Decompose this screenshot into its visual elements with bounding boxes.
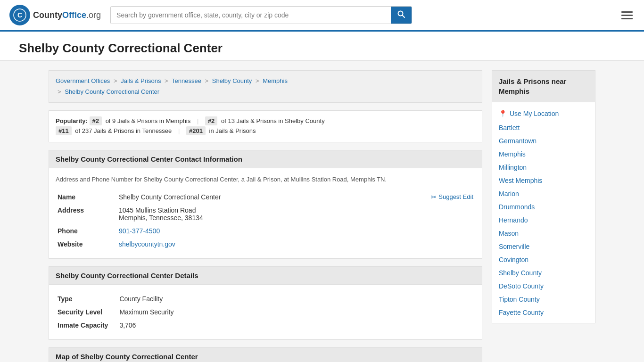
sidebar-item-desoto-county[interactable]: DeSoto County — [492, 280, 595, 293]
menu-button[interactable] — [619, 9, 635, 21]
sidebar-item-marion[interactable]: Marion — [492, 187, 595, 200]
details-security-row: Security Level Maximum Security — [56, 305, 475, 319]
sidebar-item-west-memphis[interactable]: West Memphis — [492, 174, 595, 187]
breadcrumb: Government Offices > Jails & Prisons > T… — [49, 70, 482, 103]
breadcrumb-government-offices[interactable]: Government Offices — [56, 77, 110, 84]
details-type-label: Type — [56, 292, 117, 305]
search-input[interactable] — [111, 7, 391, 24]
sidebar-link-memphis[interactable]: Memphis — [499, 150, 526, 158]
sidebar-link-mason[interactable]: Mason — [499, 230, 519, 237]
contact-address-label: Address — [56, 204, 117, 224]
popularity-rank2-text: of 13 Jails & Prisons in Shelby County — [221, 117, 325, 124]
details-security-value: Maximum Security — [117, 305, 475, 319]
svg-line-3 — [403, 16, 405, 18]
sidebar-link-fayette-county[interactable]: Fayette County — [499, 309, 544, 316]
breadcrumb-tennessee[interactable]: Tennessee — [172, 77, 201, 84]
contact-name-row: Name Shelby County Correctional Center ✂… — [56, 190, 475, 204]
logo-icon: C — [9, 5, 30, 25]
phone-link[interactable]: 901-377-4500 — [119, 227, 160, 235]
sidebar-item-drummonds[interactable]: Drummonds — [492, 200, 595, 214]
contact-info-table: Name Shelby County Correctional Center ✂… — [56, 190, 475, 251]
sidebar-list: 📍 Use My Location Bartlett Germantown Me… — [492, 102, 595, 323]
website-link[interactable]: shelbycountytn.gov — [119, 240, 175, 248]
contact-phone-label: Phone — [56, 224, 117, 238]
contact-website-row: Website shelbycountytn.gov — [56, 238, 475, 251]
sidebar-item-germantown[interactable]: Germantown — [492, 134, 595, 148]
sidebar-link-marion[interactable]: Marion — [499, 190, 519, 197]
sidebar-link-west-memphis[interactable]: West Memphis — [499, 177, 542, 184]
sidebar-item-hernando[interactable]: Hernando — [492, 214, 595, 227]
edit-icon: ✂ — [431, 193, 437, 201]
contact-website-value: shelbycountytn.gov — [117, 238, 475, 251]
breadcrumb-jails-prisons[interactable]: Jails & Prisons — [121, 77, 161, 84]
popularity-rank4-text: in Jails & Prisons — [209, 127, 256, 134]
content-area: Government Offices > Jails & Prisons > T… — [49, 70, 482, 362]
sidebar-link-desoto-county[interactable]: DeSoto County — [499, 282, 544, 290]
sidebar-item-millington[interactable]: Millington — [492, 161, 595, 174]
contact-phone-value: 901-377-4500 — [117, 224, 475, 238]
contact-name-label: Name — [56, 190, 117, 204]
use-my-location-item[interactable]: 📍 Use My Location — [492, 106, 595, 121]
sidebar-item-tipton-county[interactable]: Tipton County — [492, 293, 595, 306]
popularity-section: Popularity: #2 of 9 Jails & Prisons in M… — [49, 110, 482, 142]
popularity-rank4: #201 — [186, 126, 206, 135]
sidebar-link-tipton-county[interactable]: Tipton County — [499, 296, 540, 303]
details-section-body: Type County Facility Security Level Maxi… — [49, 285, 482, 340]
sidebar-item-fayette-county[interactable]: Fayette County — [492, 306, 595, 319]
popularity-rank3: #11 — [56, 126, 72, 135]
details-capacity-label: Inmate Capacity — [56, 319, 117, 332]
breadcrumb-memphis[interactable]: Memphis — [263, 77, 288, 84]
contact-website-label: Website — [56, 238, 117, 251]
contact-section-header: Shelby County Correctional Center Contac… — [49, 150, 482, 168]
page-title-area: Shelby County Correctional Center — [0, 32, 644, 61]
use-my-location-link[interactable]: Use My Location — [510, 110, 559, 117]
breadcrumb-shelby-county[interactable]: Shelby County — [212, 77, 252, 84]
page-title: Shelby County Correctional Center — [19, 41, 625, 56]
sidebar-item-covington[interactable]: Covington — [492, 253, 595, 266]
sidebar-link-covington[interactable]: Covington — [499, 256, 528, 263]
map-section-header: Map of Shelby County Correctional Center — [49, 347, 482, 362]
sidebar-item-somerville[interactable]: Somerville — [492, 240, 595, 253]
contact-phone-row: Phone 901-377-4500 — [56, 224, 475, 238]
details-info-table: Type County Facility Security Level Maxi… — [56, 292, 475, 332]
details-type-row: Type County Facility — [56, 292, 475, 305]
sidebar-box: Jails & Prisons near Memphis 📍 Use My Lo… — [492, 70, 595, 323]
sidebar-item-bartlett[interactable]: Bartlett — [492, 121, 595, 134]
popularity-rank1-text: of 9 Jails & Prisons in Memphis — [106, 117, 191, 124]
search-icon — [397, 10, 405, 18]
sidebar-title: Jails & Prisons near Memphis — [492, 71, 595, 102]
breadcrumb-current[interactable]: Shelby County Correctional Center — [65, 88, 159, 95]
contact-address-value: 1045 Mullins Station Road Memphis, Tenne… — [117, 204, 475, 224]
sidebar-link-germantown[interactable]: Germantown — [499, 137, 537, 145]
contact-name-value: Shelby County Correctional Center ✂ Sugg… — [117, 190, 475, 204]
sidebar-link-somerville[interactable]: Somerville — [499, 243, 529, 250]
sidebar-link-millington[interactable]: Millington — [499, 164, 527, 171]
contact-description: Address and Phone Number for Shelby Coun… — [56, 176, 475, 183]
details-type-value: County Facility — [117, 292, 475, 305]
sidebar-item-mason[interactable]: Mason — [492, 227, 595, 240]
popularity-rank1: #2 — [90, 116, 102, 125]
search-button[interactable] — [391, 7, 412, 24]
contact-section-body: Address and Phone Number for Shelby Coun… — [49, 168, 482, 259]
details-capacity-value: 3,706 — [117, 319, 475, 332]
popularity-rank2: #2 — [205, 116, 217, 125]
svg-text:C: C — [17, 11, 22, 19]
sidebar-link-hernando[interactable]: Hernando — [499, 216, 528, 224]
details-section-header: Shelby County Correctional Center Detail… — [49, 266, 482, 285]
suggest-edit-button[interactable]: ✂ Suggest Edit — [431, 193, 473, 201]
sidebar-link-drummonds[interactable]: Drummonds — [499, 203, 535, 211]
details-security-label: Security Level — [56, 305, 117, 319]
logo-text: CountyOffice.org — [33, 10, 101, 20]
logo[interactable]: C CountyOffice.org — [9, 5, 101, 25]
location-pin-icon: 📍 — [499, 110, 507, 117]
sidebar: Jails & Prisons near Memphis 📍 Use My Lo… — [492, 70, 595, 362]
popularity-rank3-text: of 237 Jails & Prisons in Tennessee — [75, 127, 172, 134]
details-capacity-row: Inmate Capacity 3,706 — [56, 319, 475, 332]
search-bar — [110, 6, 412, 24]
sidebar-link-bartlett[interactable]: Bartlett — [499, 124, 520, 132]
sidebar-item-shelby-county[interactable]: Shelby County — [492, 266, 595, 280]
sidebar-link-shelby-county[interactable]: Shelby County — [499, 269, 542, 277]
contact-address-row: Address 1045 Mullins Station Road Memphi… — [56, 204, 475, 224]
sidebar-item-memphis[interactable]: Memphis — [492, 148, 595, 161]
